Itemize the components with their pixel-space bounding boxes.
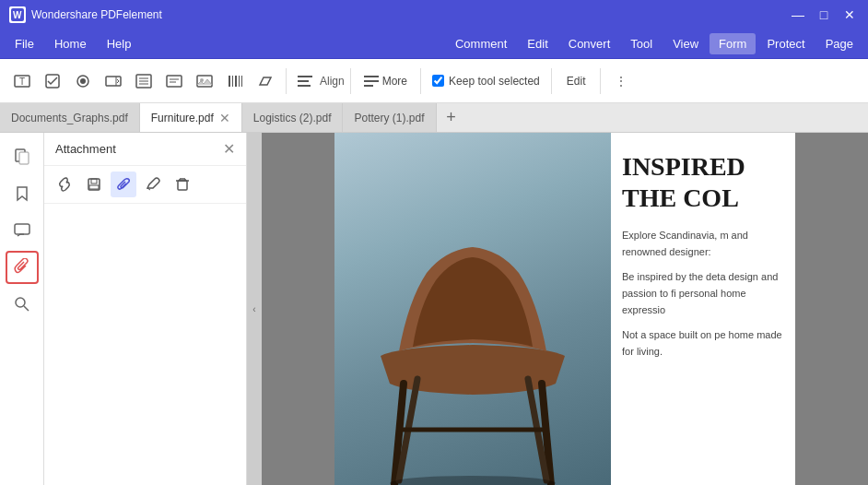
align-group: Align <box>292 66 345 96</box>
pdf-heading: INSPIRED THE COL <box>622 151 784 213</box>
pdf-page: INSPIRED THE COL Explore Scandinavia, m … <box>334 133 795 485</box>
app-title: Wondershare PDFelement <box>31 8 789 21</box>
menu-edit[interactable]: Edit <box>518 33 557 54</box>
edit-btn[interactable]: Edit <box>557 71 595 91</box>
extra-settings-btn[interactable]: ⋮ <box>606 66 636 96</box>
sidebar-search-icon[interactable] <box>6 288 39 321</box>
list-form-btn[interactable] <box>129 66 158 96</box>
pdf-text-area: INSPIRED THE COL Explore Scandinavia, m … <box>611 133 795 485</box>
svg-rect-19 <box>232 76 233 87</box>
attachment-panel: Attachment ✕ <box>44 133 247 485</box>
close-attachment-panel-btn[interactable]: ✕ <box>223 140 235 158</box>
svg-rect-25 <box>298 85 311 87</box>
text-form-btn[interactable]: T <box>7 66 37 96</box>
edit-attach-btn[interactable] <box>140 172 166 197</box>
pdf-body-1: Explore Scandinavia, m and renowned desi… <box>622 228 784 260</box>
menu-tool[interactable]: Tool <box>621 33 662 54</box>
svg-rect-16 <box>197 76 212 87</box>
svg-text:T: T <box>19 77 25 87</box>
image-form-btn[interactable] <box>190 66 219 96</box>
save-attach-btn[interactable] <box>81 172 107 197</box>
svg-point-48 <box>390 476 556 485</box>
menu-home[interactable]: Home <box>45 33 96 54</box>
window-controls[interactable]: — □ ✕ <box>789 6 859 24</box>
sidebar-attachment-icon[interactable] <box>6 251 39 284</box>
attachment-panel-header: Attachment ✕ <box>44 133 246 166</box>
attachment-toolbar <box>44 166 246 204</box>
menu-page[interactable]: Page <box>816 33 862 54</box>
svg-rect-13 <box>167 76 182 87</box>
tab-pottery[interactable]: Pottery (1).pdf <box>343 103 436 132</box>
svg-rect-18 <box>229 76 230 87</box>
paperclip-btn[interactable] <box>111 172 136 197</box>
svg-rect-36 <box>89 185 99 189</box>
sidebar-comment-icon[interactable] <box>6 214 39 247</box>
close-btn[interactable]: ✕ <box>840 6 859 24</box>
pdf-body-2: Be inspired by the deta design and passi… <box>622 269 784 318</box>
field-form-btn[interactable] <box>159 66 189 96</box>
combo-form-btn[interactable] <box>99 66 128 96</box>
pdf-body-3: Not a space built on pe home made for li… <box>622 327 784 360</box>
menu-convert[interactable]: Convert <box>559 33 620 54</box>
svg-rect-26 <box>364 76 379 77</box>
tabs-bar: Documents_Graphs.pdf Furniture.pdf ✕ Log… <box>0 103 868 133</box>
svg-rect-27 <box>364 80 379 82</box>
pdf-viewer: INSPIRED THE COL Explore Scandinavia, m … <box>262 133 868 485</box>
tab-furniture[interactable]: Furniture.pdf ✕ <box>140 103 242 132</box>
svg-rect-30 <box>19 152 29 164</box>
menu-comment[interactable]: Comment <box>446 33 516 54</box>
svg-rect-34 <box>88 179 100 190</box>
sidebar-pages-icon[interactable] <box>6 140 39 173</box>
toolbar-sep-3 <box>420 68 421 94</box>
sidebar-bookmark-icon[interactable] <box>6 177 39 210</box>
pdf-image-area <box>334 133 611 485</box>
menu-file[interactable]: File <box>6 33 43 54</box>
align-lines-btn[interactable] <box>292 66 318 96</box>
radio-form-btn[interactable] <box>68 66 98 96</box>
svg-rect-38 <box>178 181 187 190</box>
svg-rect-23 <box>298 76 312 77</box>
svg-point-32 <box>16 298 25 307</box>
menu-help[interactable]: Help <box>98 33 141 54</box>
collapse-panel-btn[interactable]: ‹ <box>247 133 262 485</box>
main-area: Attachment ✕ ‹ <box>0 133 868 485</box>
svg-rect-28 <box>364 85 373 87</box>
menu-view[interactable]: View <box>663 33 708 54</box>
menu-protect[interactable]: Protect <box>757 33 814 54</box>
tab-logistics[interactable]: Logistics (2).pdf <box>242 103 344 132</box>
keep-tool-label[interactable]: Keep tool selected <box>427 75 545 88</box>
title-bar: W Wondershare PDFelement — □ ✕ <box>0 0 868 30</box>
form-tools-group: T <box>7 66 280 96</box>
svg-rect-22 <box>241 76 242 87</box>
svg-rect-20 <box>235 76 237 87</box>
delete-attach-btn[interactable] <box>170 172 195 197</box>
svg-point-6 <box>80 78 86 84</box>
svg-rect-24 <box>298 80 309 82</box>
more-btn[interactable]: More <box>357 70 415 92</box>
minimize-btn[interactable]: — <box>789 6 807 24</box>
toolbar-sep-2 <box>350 68 351 94</box>
left-sidebar <box>0 133 44 485</box>
keep-tool-checkbox[interactable] <box>432 75 444 87</box>
clear-form-btn[interactable] <box>251 66 280 96</box>
svg-rect-21 <box>239 76 240 87</box>
attachment-title: Attachment <box>55 142 116 156</box>
app-logo: W <box>9 6 26 23</box>
close-tab-furniture[interactable]: ✕ <box>219 112 230 124</box>
checkbox-form-btn[interactable] <box>38 66 67 96</box>
add-tab-btn[interactable]: + <box>437 103 466 132</box>
menu-form[interactable]: Form <box>710 33 756 54</box>
link-attach-btn[interactable] <box>52 172 77 197</box>
toolbar-sep-1 <box>286 68 287 94</box>
svg-line-33 <box>24 306 29 311</box>
toolbar-sep-4 <box>551 68 552 94</box>
more-label: More <box>382 75 407 88</box>
svg-text:W: W <box>13 10 22 20</box>
barcode-form-btn[interactable] <box>220 66 250 96</box>
maximize-btn[interactable]: □ <box>815 6 833 24</box>
toolbar: T Align <box>0 59 868 103</box>
menu-bar: File Home Help Comment Edit Convert Tool… <box>0 30 868 59</box>
tab-documents-graphs[interactable]: Documents_Graphs.pdf <box>0 103 140 132</box>
toolbar-sep-5 <box>600 68 601 94</box>
svg-rect-31 <box>15 224 29 234</box>
